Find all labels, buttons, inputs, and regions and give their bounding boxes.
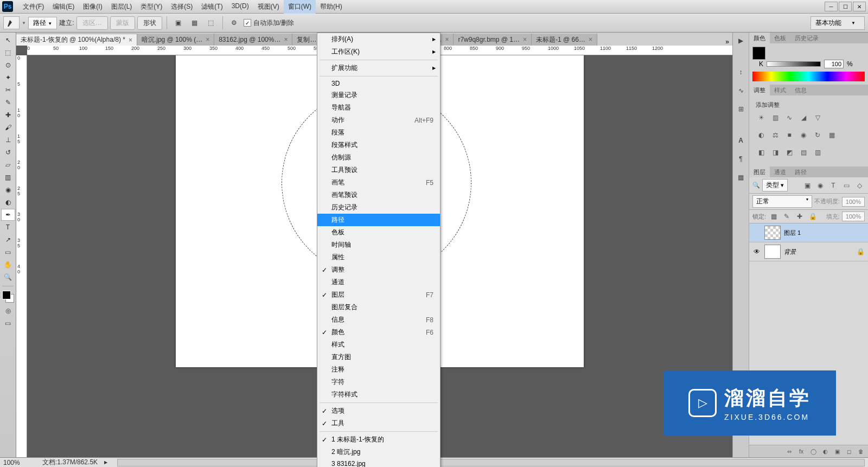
layer-visibility-icon[interactable]: 👁: [752, 247, 761, 256]
menu-item-颜色[interactable]: ✓颜色F6: [317, 326, 440, 338]
history-panel-icon[interactable]: ↕: [735, 66, 747, 78]
close-tab-icon[interactable]: ×: [284, 36, 288, 43]
menu-窗口[interactable]: 窗口(W): [284, 0, 316, 14]
lock-trans-icon[interactable]: ▦: [768, 212, 779, 221]
lock-pos-icon[interactable]: ✚: [794, 212, 805, 221]
menu-item-排列A[interactable]: 排列(A): [317, 33, 440, 46]
rect-tool-icon[interactable]: ▭: [1, 246, 15, 258]
menu-item-画笔预设[interactable]: 画笔预设: [317, 189, 440, 201]
k-slider[interactable]: [767, 61, 821, 67]
type-tool-icon[interactable]: T: [1, 221, 15, 233]
lock-all-icon[interactable]: 🔒: [807, 212, 818, 221]
workspace-select[interactable]: 基本功能▼: [810, 16, 865, 30]
tab-styles[interactable]: 样式: [770, 85, 790, 96]
menu-item-扩展功能[interactable]: 扩展功能: [317, 62, 440, 74]
selective-icon[interactable]: ▥: [812, 148, 823, 157]
gradient-tool-icon[interactable]: ▥: [1, 171, 15, 183]
fill-value[interactable]: 100%: [842, 212, 865, 221]
menu-item-字符样式[interactable]: 字符样式: [317, 388, 440, 401]
vibrance-icon[interactable]: ▽: [812, 113, 823, 122]
pen-tool-icon[interactable]: ✒: [1, 209, 15, 221]
menu-帮助[interactable]: 帮助(H): [316, 0, 347, 14]
close-tab-icon[interactable]: ×: [129, 36, 132, 44]
tab-channels[interactable]: 通道: [770, 167, 790, 178]
close-tab-icon[interactable]: ×: [523, 36, 527, 43]
menu-item-历史记录[interactable]: 历史记录: [317, 201, 440, 214]
shape-button[interactable]: 形状: [137, 16, 162, 30]
menu-视图[interactable]: 视图(V): [253, 0, 284, 14]
group-icon[interactable]: ▣: [832, 447, 843, 456]
curves-icon[interactable]: ∿: [784, 113, 795, 122]
filter-pixel-icon[interactable]: ▣: [802, 181, 813, 190]
path-select-icon[interactable]: ↗: [1, 234, 15, 246]
eraser-tool-icon[interactable]: ▱: [1, 159, 15, 171]
source-panel-icon[interactable]: ⊞: [735, 103, 747, 115]
tool-preset-icon[interactable]: ▦: [735, 171, 747, 183]
tab-adjustments[interactable]: 调整: [749, 85, 770, 96]
stamp-tool-icon[interactable]: ⊥: [1, 134, 15, 146]
fx-icon[interactable]: fx: [796, 447, 807, 456]
play-panel-icon[interactable]: ▶: [735, 35, 747, 47]
k-value[interactable]: 100: [824, 60, 844, 68]
bw-icon[interactable]: ■: [784, 131, 795, 139]
menu-选择[interactable]: 选择(S): [167, 0, 197, 14]
menu-item-动作[interactable]: 动作Alt+F9: [317, 114, 440, 126]
menu-图层[interactable]: 图层(L): [107, 0, 137, 14]
menu-3D[interactable]: 3D(D): [227, 0, 253, 14]
path-op2-icon[interactable]: ▦: [188, 16, 202, 29]
healing-tool-icon[interactable]: ✚: [1, 109, 15, 121]
color-swatches[interactable]: [2, 291, 14, 303]
lasso-tool-icon[interactable]: ⊙: [1, 59, 15, 71]
fill-adj-icon[interactable]: ◐: [820, 447, 831, 456]
mixer-icon[interactable]: ↻: [812, 131, 823, 139]
filter-smart-icon[interactable]: ◇: [854, 181, 865, 190]
menu-item-383162.jpg[interactable]: 3 83162.jpg: [317, 458, 440, 467]
menu-item-注释[interactable]: 注释: [317, 363, 440, 376]
mask-icon[interactable]: ◯: [808, 447, 819, 456]
screenmode-icon[interactable]: ▭: [1, 317, 15, 329]
foreground-color-swatch[interactable]: [752, 47, 765, 60]
menu-item-图层复合[interactable]: 图层复合: [317, 301, 440, 314]
invert-icon[interactable]: ◧: [756, 148, 767, 157]
menu-item-2暗沉.jpg[interactable]: 2 暗沉.jpg: [317, 446, 440, 458]
menu-item-通道[interactable]: 通道: [317, 276, 440, 289]
document-tab[interactable]: 未标题-1-恢复的 @ 100%(Alpha/8) *×: [16, 34, 137, 46]
menu-item-调整[interactable]: ✓调整: [317, 264, 440, 276]
layer-row[interactable]: 图层 1: [749, 223, 868, 242]
mask-button[interactable]: 蒙版: [110, 16, 135, 30]
menu-item-1未标题-1-恢复的[interactable]: ✓1 未标题-1-恢复的: [317, 433, 440, 446]
zoom-value[interactable]: 100%: [3, 459, 36, 466]
tab-info[interactable]: 信息: [790, 85, 811, 96]
layer-thumbnail[interactable]: [764, 245, 781, 259]
posterize-icon[interactable]: ◨: [770, 148, 781, 157]
menu-滤镜[interactable]: 滤镜(T): [197, 0, 227, 14]
filter-type-icon[interactable]: T: [828, 181, 839, 190]
tab-color[interactable]: 颜色: [749, 33, 770, 44]
menu-item-信息[interactable]: 信息F8: [317, 314, 440, 326]
menu-item-时间轴[interactable]: 时间轴: [317, 239, 440, 251]
menu-item-仿制源[interactable]: 仿制源: [317, 151, 440, 164]
menu-item-路径[interactable]: 路径: [317, 214, 440, 226]
gradient-map-icon[interactable]: ▤: [798, 148, 809, 157]
tab-overflow-icon[interactable]: »: [722, 38, 732, 46]
tab-paths[interactable]: 路径: [790, 167, 811, 178]
menu-类型[interactable]: 类型(Y): [136, 0, 167, 14]
hand-tool-icon[interactable]: ✋: [1, 259, 15, 271]
mode-select[interactable]: 路径 ▼: [28, 17, 57, 29]
horizontal-scrollbar[interactable]: [117, 459, 865, 466]
menu-编辑[interactable]: 编辑(E): [48, 0, 79, 14]
close-window-button[interactable]: ✕: [853, 2, 866, 11]
marquee-tool-icon[interactable]: ⬚: [1, 47, 15, 59]
photo-filter-icon[interactable]: ◉: [798, 131, 809, 139]
layer-filter-type[interactable]: 类型 ▾: [762, 179, 788, 191]
menu-item-画笔[interactable]: 画笔F5: [317, 176, 440, 189]
char-panel-icon[interactable]: A: [735, 135, 747, 146]
crop-tool-icon[interactable]: ✂: [1, 84, 15, 96]
color-spectrum[interactable]: [752, 72, 865, 81]
lock-paint-icon[interactable]: ✎: [781, 212, 792, 221]
menu-item-图层[interactable]: ✓图层F7: [317, 289, 440, 301]
filter-adj-icon[interactable]: ◉: [815, 181, 826, 190]
hue-icon[interactable]: ◐: [756, 131, 767, 139]
menu-item-属性[interactable]: 属性: [317, 251, 440, 264]
exposure-icon[interactable]: ◢: [798, 113, 809, 122]
